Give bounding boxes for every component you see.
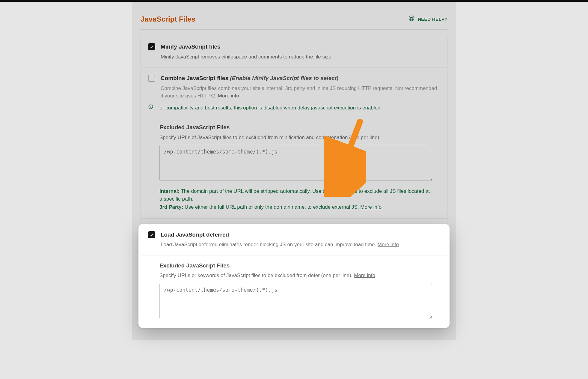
combine-disabled-note: For compatibility and best results, this… (141, 100, 447, 118)
combine-desc: Combine JavaScript files combines your s… (161, 85, 440, 100)
option-defer: Load JavaScript deferred Load JavaScript… (141, 224, 447, 255)
excluded1-title: Excluded JavaScript Files (159, 123, 440, 132)
excluded-defer-block: Excluded JavaScript Files Specify URLs o… (141, 255, 447, 328)
minify-checkbox[interactable] (148, 43, 155, 50)
info-icon (148, 104, 153, 112)
defer-checkbox[interactable] (148, 231, 155, 238)
combine-desc-text: Combine JavaScript files combines your s… (161, 85, 437, 99)
combine-title-text: Combine JavaScript files (161, 75, 228, 81)
svg-line-4 (410, 19, 411, 20)
option-combine: Combine JavaScript files (Enable Minify … (141, 67, 447, 100)
combine-title: Combine JavaScript files (Enable Minify … (161, 74, 440, 83)
excluded1-desc: Specify URLs of JavaScript files to be e… (159, 134, 440, 142)
defer-desc: Load JavaScript deferred eliminates rend… (161, 241, 399, 249)
svg-line-5 (412, 19, 413, 20)
combine-text: Combine JavaScript files (Enable Minify … (161, 74, 440, 100)
combine-checkbox (148, 75, 155, 82)
help-icon (408, 15, 415, 24)
settings-content: JavaScript Files NEED HELP? Minify JavaS… (132, 2, 456, 340)
tip-3rd-label: 3rd Party: (159, 204, 183, 210)
excluded2-desc-text: Specify URLs or keywords of JavaScript f… (159, 273, 352, 278)
need-help-button[interactable]: NEED HELP? (408, 15, 447, 24)
section-title: JavaScript Files (141, 14, 195, 25)
tip-internal-text: The domain part of the URL will be strip… (159, 188, 430, 202)
svg-line-2 (410, 16, 411, 18)
combine-more-link[interactable]: More info (218, 93, 239, 99)
combine-hint: (Enable Minify JavaScript files to selec… (230, 75, 338, 81)
minify-desc: Minify JavaScript removes whitespace and… (161, 53, 333, 61)
page-wrap: JavaScript Files NEED HELP? Minify JavaS… (0, 2, 588, 340)
tip-3rd-text: Use either the full URL path or only the… (183, 204, 359, 210)
defer-spotlight-card: Load JavaScript deferred Load JavaScript… (138, 224, 450, 328)
excluded1-more-link[interactable]: More info (360, 204, 382, 210)
svg-line-3 (412, 16, 413, 18)
defer-desc-text: Load JavaScript deferred eliminates rend… (161, 242, 376, 247)
combine-note-text: For compatibility and best results, this… (156, 104, 382, 112)
excluded2-desc: Specify URLs or keywords of JavaScript f… (159, 272, 440, 279)
excluded2-textarea[interactable] (159, 283, 432, 319)
excluded2-more-link[interactable]: More info (354, 273, 375, 278)
excluded-minify-block: Excluded JavaScript Files Specify URLs o… (141, 117, 447, 219)
excluded1-textarea[interactable] (159, 145, 432, 181)
js-options-panel: Minify JavaScript files Minify JavaScrip… (141, 36, 447, 328)
defer-more-link[interactable]: More info (378, 242, 399, 247)
excluded2-title: Excluded JavaScript Files (159, 261, 440, 270)
svg-point-1 (411, 17, 412, 19)
tip-internal-label: Internal: (159, 188, 180, 194)
section-header: JavaScript Files NEED HELP? (141, 2, 447, 30)
defer-title: Load JavaScript deferred (161, 231, 399, 239)
minify-text: Minify JavaScript files Minify JavaScrip… (161, 43, 333, 61)
defer-text: Load JavaScript deferred Load JavaScript… (161, 231, 399, 249)
excluded1-tips: Internal: The domain part of the URL wil… (159, 187, 432, 211)
minify-title: Minify JavaScript files (161, 43, 333, 51)
option-minify: Minify JavaScript files Minify JavaScrip… (141, 36, 447, 67)
help-label: NEED HELP? (418, 16, 447, 23)
